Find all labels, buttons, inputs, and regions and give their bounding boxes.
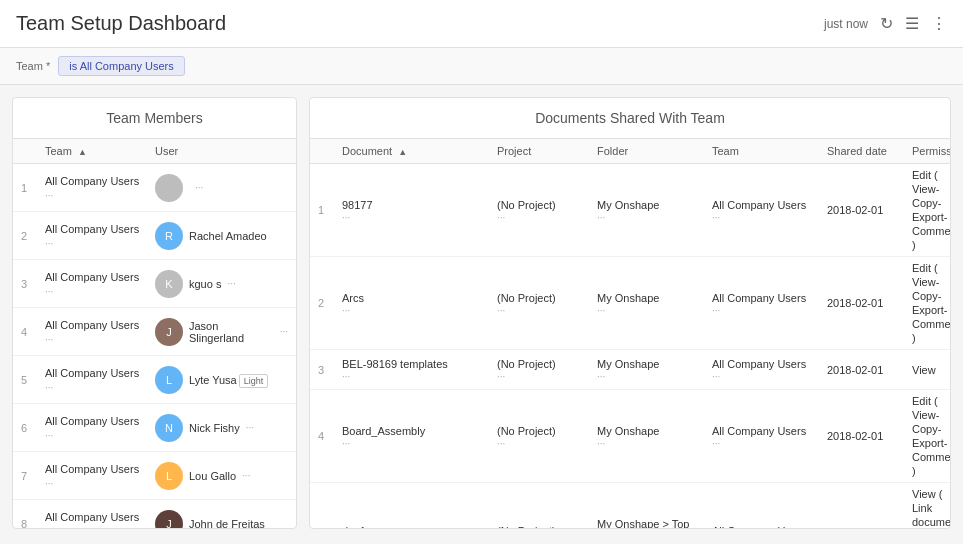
left-table-row[interactable]: 8 All Company Users ··· J John de Freita… <box>13 500 296 528</box>
team-overflow-right: ··· <box>712 371 827 382</box>
left-table-row[interactable]: 5 All Company Users ··· L Lyte YusaLight <box>13 356 296 404</box>
row-perm-cell: Edit ( View-Copy-Export-Comment ) <box>912 168 950 252</box>
row-proj-cell: (No Project) ··· <box>497 198 597 223</box>
team-members-panel: Team Members Team ▲ User 1 All Company U… <box>12 97 297 529</box>
team-filter-label: Team * <box>16 60 50 72</box>
row-user-cell: L Lyte YusaLight <box>155 366 288 394</box>
avatar: R <box>155 222 183 250</box>
row-num: 6 <box>21 422 45 434</box>
col-proj-header: Project <box>497 145 597 157</box>
row-num: 4 <box>318 430 342 442</box>
right-table-row[interactable]: 5 doc1 ··· (No Project) ··· My Onshape >… <box>310 483 950 528</box>
user-overflow-icon: ··· <box>246 422 254 433</box>
right-table-row[interactable]: 4 Board_Assembly ··· (No Project) ··· My… <box>310 390 950 483</box>
row-user-cell: R Rachel Amadeo <box>155 222 288 250</box>
row-folder-cell: My Onshape ··· <box>597 198 712 223</box>
user-overflow-icon: ··· <box>195 182 203 193</box>
user-overflow-icon: ··· <box>227 278 235 289</box>
avatar: J <box>155 510 183 529</box>
row-proj-cell: (No Project) ··· <box>497 291 597 316</box>
doc-sort-icon: ▲ <box>398 147 407 157</box>
row-doc-cell: Arcs ··· <box>342 291 497 316</box>
team-overflow-right: ··· <box>712 438 827 449</box>
avatar: L <box>155 462 183 490</box>
row-user-cell: J Jason Slingerland ··· <box>155 318 288 346</box>
row-team-cell: All Company Users ··· <box>45 174 155 201</box>
user-name: Nick Fishy <box>189 422 240 434</box>
row-num: 3 <box>21 278 45 290</box>
proj-overflow: ··· <box>497 305 597 316</box>
row-user-cell: J John de Freitas <box>155 510 288 529</box>
team-overflow-right: ··· <box>712 212 827 223</box>
right-table-row[interactable]: 1 98177 ··· (No Project) ··· My Onshape … <box>310 164 950 257</box>
row-team-cell: All Company Users ··· <box>45 462 155 489</box>
proj-overflow: ··· <box>497 438 597 449</box>
doc-overflow: ··· <box>342 305 497 316</box>
row-num: 5 <box>21 374 45 386</box>
row-doc-cell: BEL-98169 templates ··· <box>342 357 497 382</box>
team-overflow-icon: ··· <box>45 334 155 345</box>
left-table-row[interactable]: 3 All Company Users ··· K kguo s ··· <box>13 260 296 308</box>
more-icon[interactable]: ⋮ <box>931 14 947 33</box>
row-date-cell: 2018-02-01 <box>827 429 912 443</box>
row-team-cell: All Company Users ··· <box>45 510 155 528</box>
left-table-row[interactable]: 2 All Company Users ··· R Rachel Amadeo <box>13 212 296 260</box>
left-table-row[interactable]: 1 All Company Users ··· ··· <box>13 164 296 212</box>
folder-overflow: ··· <box>597 371 712 382</box>
row-num: 7 <box>21 470 45 482</box>
row-num: 2 <box>318 297 342 309</box>
left-panel-title: Team Members <box>13 98 296 139</box>
left-table-row[interactable]: 6 All Company Users ··· N Nick Fishy ··· <box>13 404 296 452</box>
folder-overflow: ··· <box>597 305 712 316</box>
col-perm-header: Permissions <box>912 145 951 157</box>
row-date-cell: 2018-02-01 <box>827 203 912 217</box>
header-actions: just now ↻ ☰ ⋮ <box>824 14 947 33</box>
team-filter-badge[interactable]: is All Company Users <box>58 56 185 76</box>
left-table-row[interactable]: 4 All Company Users ··· J Jason Slingerl… <box>13 308 296 356</box>
row-perm-cell: View ( Link document-Copy-Export-Comment… <box>912 487 950 528</box>
folder-overflow: ··· <box>597 438 712 449</box>
team-overflow-icon: ··· <box>45 286 155 297</box>
row-team-cell: All Company Users ··· <box>45 366 155 393</box>
main-content: Team Members Team ▲ User 1 All Company U… <box>0 85 963 541</box>
row-date-cell: 2018-02-01 <box>827 296 912 310</box>
right-table-row[interactable]: 2 Arcs ··· (No Project) ··· My Onshape ·… <box>310 257 950 350</box>
avatar: J <box>155 318 183 346</box>
row-doc-cell: 98177 ··· <box>342 198 497 223</box>
row-proj-cell: (No Project) ··· <box>497 357 597 382</box>
row-perm-cell: View <box>912 363 942 377</box>
right-table-row[interactable]: 3 BEL-98169 templates ··· (No Project) ·… <box>310 350 950 390</box>
col-team-header[interactable]: Team ▲ <box>45 145 155 157</box>
row-doc-cell: doc1 ··· <box>342 524 497 529</box>
row-num: 1 <box>21 182 45 194</box>
doc-overflow: ··· <box>342 212 497 223</box>
row-team-cell-right: All Company Users ··· <box>712 424 827 449</box>
row-folder-cell: My Onshape ··· <box>597 291 712 316</box>
app-header: Team Setup Dashboard just now ↻ ☰ ⋮ <box>0 0 963 48</box>
right-panel-title: Documents Shared With Team <box>310 98 950 139</box>
row-team-cell-right: All Company Users ··· <box>712 291 827 316</box>
col-doc-header[interactable]: Document ▲ <box>342 145 497 157</box>
row-team-cell: All Company Users ··· <box>45 270 155 297</box>
doc-overflow: ··· <box>342 371 497 382</box>
user-name: Lou Gallo <box>189 470 236 482</box>
user-name: Rachel Amadeo <box>189 230 267 242</box>
col-team-header-right: Team <box>712 145 827 157</box>
avatar: L <box>155 366 183 394</box>
left-table-row[interactable]: 7 All Company Users ··· L Lou Gallo ··· <box>13 452 296 500</box>
folder-overflow: ··· <box>597 212 712 223</box>
timestamp: just now <box>824 17 868 31</box>
row-num: 4 <box>21 326 45 338</box>
user-name: kguo s <box>189 278 221 290</box>
row-num: 2 <box>21 230 45 242</box>
documents-panel: Documents Shared With Team Document ▲ Pr… <box>309 97 951 529</box>
row-proj-cell: (No Project) ··· <box>497 524 597 529</box>
team-overflow-icon: ··· <box>45 430 155 441</box>
proj-overflow: ··· <box>497 212 597 223</box>
avatar <box>155 174 183 202</box>
col-folder-header: Folder <box>597 145 712 157</box>
team-overflow-icon: ··· <box>45 478 155 489</box>
row-team-cell-right: All Company Users ··· <box>712 357 827 382</box>
refresh-icon[interactable]: ↻ <box>880 14 893 33</box>
filter-icon[interactable]: ☰ <box>905 14 919 33</box>
